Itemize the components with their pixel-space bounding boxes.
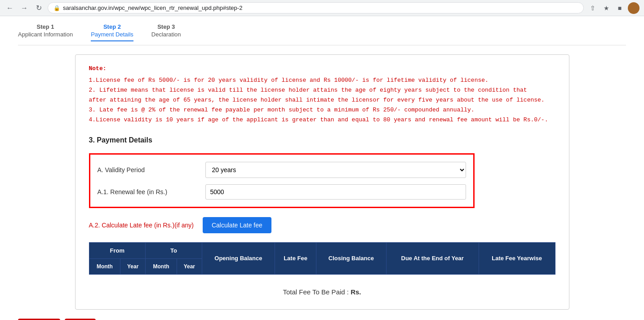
nav-buttons: Previous Next <box>18 319 626 320</box>
next-button[interactable]: Next <box>65 319 96 320</box>
renewal-fee-row: A.1. Renewal fee (in Rs.) <box>98 184 466 200</box>
step-2-number: Step 2 <box>103 23 121 30</box>
step-3-number: Step 3 <box>157 23 175 30</box>
browser-actions: ⇧ ★ ■ <box>587 2 640 14</box>
step-3[interactable]: Step 3 Declaration <box>151 23 181 41</box>
validity-row: A. Validity Period 20 years Lifetime <box>98 162 466 178</box>
forward-button[interactable]: → <box>19 3 30 13</box>
renewal-fee-label: A.1. Renewal fee (in Rs.) <box>98 188 196 196</box>
to-month-header: Month <box>146 258 177 274</box>
from-year-header: Year <box>120 258 146 274</box>
main-card: Note: 1.License fee of Rs 5000/- is for … <box>75 54 569 310</box>
step-1[interactable]: Step 1 Applicant Information <box>18 23 73 41</box>
reload-button[interactable]: ↻ <box>33 3 44 13</box>
total-fee-row: Total Fee To Be Paid : Rs. <box>89 284 555 300</box>
step-1-number: Step 1 <box>37 23 54 30</box>
note-line-4: 3. Late fee is @ 2% of the renewal fee p… <box>89 105 555 115</box>
table-group-header: From To Opening Balance Late Fee Closing… <box>89 242 555 258</box>
note-line-2: 2. Lifetime means that license is valid … <box>89 85 555 95</box>
validity-select[interactable]: 20 years Lifetime <box>205 162 466 178</box>
late-fee-label: A.2. Calculate Late fee (in Rs.)(if any) <box>89 222 194 229</box>
previous-button[interactable]: Previous <box>18 319 60 320</box>
profile-avatar[interactable] <box>628 2 640 14</box>
opening-balance-header: Opening Balance <box>202 242 275 274</box>
to-year-header: Year <box>177 258 202 274</box>
validity-label: A. Validity Period <box>98 166 196 173</box>
page-content: Step 1 Applicant Information Step 2 Paym… <box>0 16 644 320</box>
browser-chrome: ← → ↻ 🔒 saralsanchar.gov.in/wpc_new/wpc_… <box>0 0 644 16</box>
calculate-late-fee-button[interactable]: Calculate Late fee <box>203 217 271 233</box>
from-header: From <box>89 242 146 258</box>
late-fee-header: Late Fee <box>275 242 316 274</box>
note-line-3: after attaining the age of 65 years, the… <box>89 95 555 105</box>
note-line-5: 4.License validity is 10 years if age of… <box>89 115 555 125</box>
address-bar[interactable]: 🔒 saralsanchar.gov.in/wpc_new/wpc_licen_… <box>48 2 584 13</box>
steps-header: Step 1 Applicant Information Step 2 Paym… <box>18 23 626 45</box>
payment-details-heading: 3. Payment Details <box>89 136 555 144</box>
lock-icon: 🔒 <box>53 5 60 11</box>
back-button[interactable]: ← <box>4 3 15 13</box>
to-header: To <box>146 242 202 258</box>
extensions-button[interactable]: ■ <box>614 3 625 13</box>
bookmark-button[interactable]: ★ <box>601 3 612 13</box>
closing-balance-header: Closing Balance <box>316 242 386 274</box>
fee-table: From To Opening Balance Late Fee Closing… <box>89 242 555 275</box>
renewal-fee-input[interactable] <box>205 184 466 200</box>
step-1-label: Applicant Information <box>18 31 73 38</box>
late-fee-row: A.2. Calculate Late fee (in Rs.)(if any)… <box>89 217 555 233</box>
form-area: A. Validity Period 20 years Lifetime A.1… <box>89 153 475 208</box>
step-2-label: Payment Details <box>91 31 133 38</box>
note-section: Note: 1.License fee of Rs 5000/- is for … <box>89 64 555 125</box>
total-fee-value: Rs. <box>351 288 361 296</box>
late-fee-yearwise-header: Late Fee Yearwise <box>479 242 555 274</box>
share-button[interactable]: ⇧ <box>587 3 598 13</box>
note-line-1: 1.License fee of Rs 5000/- is for 20 yea… <box>89 76 555 85</box>
note-label: Note: <box>89 64 555 74</box>
step-2[interactable]: Step 2 Payment Details <box>91 23 133 41</box>
total-fee-label: Total Fee To Be Paid : <box>283 288 349 296</box>
due-at-end-header: Due At the End of Year <box>386 242 479 274</box>
url-text: saralsanchar.gov.in/wpc_new/wpc_licen_rt… <box>63 4 242 11</box>
from-month-header: Month <box>89 258 120 274</box>
step-3-label: Declaration <box>151 31 181 38</box>
